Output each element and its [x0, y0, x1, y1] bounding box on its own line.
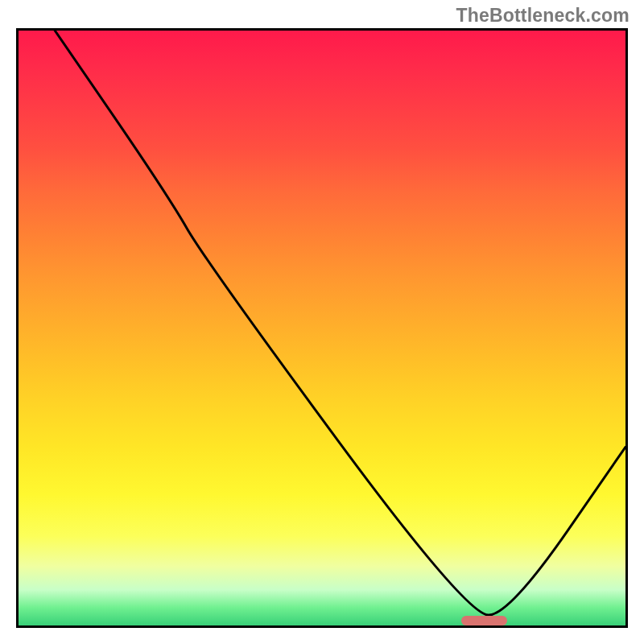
- chart-container: TheBottleneck.com: [0, 0, 644, 644]
- watermark-text: TheBottleneck.com: [456, 5, 630, 27]
- plot-area: [16, 28, 628, 628]
- bottleneck-curve: [55, 31, 625, 615]
- minimum-marker: [461, 616, 507, 625]
- curve-svg: [19, 31, 625, 625]
